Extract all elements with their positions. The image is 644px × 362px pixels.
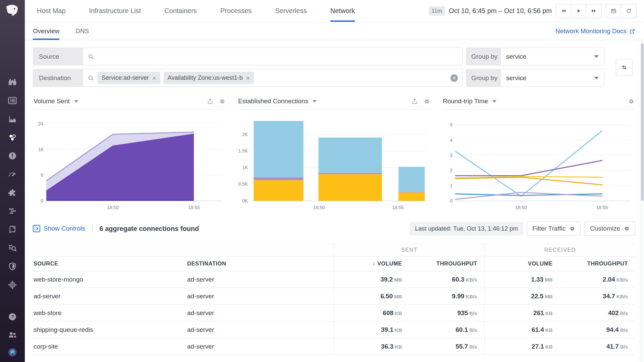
remove-pill-icon[interactable]: ×: [246, 76, 250, 80]
column-header-sent-throughput[interactable]: THROUGHPUT: [409, 256, 485, 271]
gear-icon[interactable]: [219, 98, 225, 105]
column-header-received-throughput[interactable]: THROUGHPUT: [560, 256, 635, 271]
svg-text:18:55: 18:55: [596, 205, 608, 210]
page-scrollbar[interactable]: [640, 41, 644, 362]
source-search-input[interactable]: [98, 53, 458, 60]
nav-tab-infrastructure-list[interactable]: Infrastructure List: [89, 0, 141, 22]
calendar-button[interactable]: [606, 4, 621, 18]
connections-table: SENT RECEIVED SOURCE DESTINATION ↓VOLUME…: [33, 244, 635, 355]
network-icon[interactable]: [7, 279, 18, 291]
clear-filters-icon[interactable]: ✕: [450, 74, 458, 82]
destination-group-by-select[interactable]: service: [500, 69, 604, 87]
destination-filter-input[interactable]: Service:ad-server×Availability Zone:us-w…: [83, 69, 463, 87]
swap-source-destination-button[interactable]: [616, 59, 633, 76]
column-header-destination[interactable]: DESTINATION: [186, 256, 334, 271]
destination-filter-row: Destination Service:ad-server×Availabili…: [33, 69, 604, 87]
export-icon[interactable]: [412, 98, 418, 105]
teams-icon[interactable]: [7, 329, 18, 340]
cell-received-throughput: 41.7B/s: [560, 338, 635, 355]
scrollbar-thumb[interactable]: [641, 43, 644, 201]
infrastructure-icon[interactable]: [7, 132, 18, 143]
time-duration-badge[interactable]: 11m: [429, 6, 445, 16]
cell-received-throughput: 402B/s: [560, 305, 635, 321]
dashboards-icon[interactable]: [7, 95, 18, 106]
cell-destination: ad-server: [186, 321, 334, 338]
metric-unit: B/s: [620, 344, 628, 350]
source-group-by-select[interactable]: service: [500, 48, 604, 65]
cell-source: shipping-queue-redis: [33, 321, 186, 338]
sub-tab-overview[interactable]: Overview: [33, 22, 59, 40]
cell-source: corp-site: [33, 338, 186, 355]
integrations-icon[interactable]: [7, 187, 18, 198]
gear-icon[interactable]: [424, 98, 430, 105]
table-row[interactable]: web-storead-server608KB935B/s261KB402B/s: [33, 305, 635, 321]
round-trip-time-chart: 01234518:5018:55: [442, 111, 635, 212]
metric-unit: KB: [395, 310, 402, 316]
help-icon[interactable]: ?: [7, 311, 18, 322]
column-header-sent-volume[interactable]: ↓VOLUME: [334, 256, 410, 271]
time-range-label[interactable]: Oct 10, 6:45 pm – Oct 10, 6:56 pm: [449, 7, 552, 15]
export-icon[interactable]: [207, 98, 213, 105]
table-row[interactable]: ad-serverad-server6.50MB9.99KB/s22.5MB34…: [33, 288, 635, 305]
svg-text:18:50: 18:50: [313, 205, 325, 210]
show-controls-button[interactable]: Show Controls: [33, 225, 85, 232]
destination-filter-pills: Service:ad-server×Availability Zone:us-w…: [98, 72, 254, 84]
filter-pill[interactable]: Service:ad-server×: [98, 72, 160, 84]
monitors-icon[interactable]: [7, 150, 18, 162]
destination-filter-label: Destination: [33, 69, 83, 87]
filter-pill[interactable]: Availability Zone:us-west1-b×: [164, 72, 254, 84]
network-monitoring-docs-link[interactable]: Network Monitoring Docs: [555, 27, 635, 35]
chevron-down-icon[interactable]: [74, 100, 78, 103]
chart-title[interactable]: Established Connections: [238, 98, 308, 105]
svg-text:16: 16: [38, 147, 43, 152]
security-icon[interactable]: [7, 261, 18, 272]
log-explorer-icon[interactable]: [7, 242, 18, 254]
time-shift-button-group: [556, 4, 602, 18]
svg-text:18:55: 18:55: [392, 205, 404, 210]
traces-icon[interactable]: [7, 205, 18, 217]
refresh-button[interactable]: [621, 4, 636, 18]
chart-title[interactable]: Round-trip Time: [443, 98, 488, 105]
chevron-down-icon: [594, 55, 599, 58]
gear-icon[interactable]: [628, 98, 635, 105]
metrics-icon[interactable]: [7, 113, 18, 125]
nav-tab-serverless[interactable]: Serverless: [275, 0, 307, 22]
table-row[interactable]: shipping-queue-redisad-server39.1KB60.1B…: [33, 321, 635, 338]
chart-panel-established-connections: Established Connections 0K0.5K1K1.5K2K18…: [237, 97, 431, 212]
user-avatar-icon[interactable]: [7, 347, 18, 358]
watchdog-icon[interactable]: [7, 76, 18, 88]
chart-title[interactable]: Volume Sent: [34, 98, 70, 105]
chevron-down-icon[interactable]: [492, 100, 496, 103]
skip-back-button[interactable]: [556, 4, 571, 18]
nav-tab-network[interactable]: Network: [330, 0, 355, 22]
chevron-down-icon[interactable]: [313, 100, 317, 103]
play-icon: [576, 8, 582, 14]
nav-tab-processes[interactable]: Processes: [220, 0, 252, 22]
notebooks-icon[interactable]: [7, 224, 18, 235]
table-row[interactable]: web-store-mongoad-server39.2MB60.3KB/s1.…: [33, 271, 635, 288]
nav-tab-containers[interactable]: Containers: [164, 0, 197, 22]
customize-button[interactable]: Customize: [585, 222, 635, 236]
remove-pill-icon[interactable]: ×: [152, 76, 156, 80]
table-row[interactable]: corp-sitead-server36.3KB55.7B/s27.1KB41.…: [33, 338, 635, 355]
cell-source: web-store: [33, 305, 186, 321]
datadog-logo[interactable]: [5, 3, 20, 19]
filter-traffic-button[interactable]: Filter Traffic: [527, 222, 581, 236]
cell-received-throughput: 94.4B/s: [560, 321, 635, 338]
source-filter-input[interactable]: [83, 48, 463, 65]
metric-value: 60.3: [452, 276, 464, 283]
swap-arrows-icon: [621, 64, 628, 71]
apm-icon[interactable]: [7, 169, 18, 180]
play-button[interactable]: [571, 4, 586, 18]
divider: [92, 224, 93, 233]
column-header-source[interactable]: SOURCE: [33, 256, 186, 271]
gear-icon: [624, 226, 630, 232]
metric-unit: MB: [545, 294, 552, 299]
sub-tab-dns[interactable]: DNS: [75, 22, 89, 40]
nav-tab-host-map[interactable]: Host Map: [37, 0, 66, 22]
metric-unit: MB: [394, 294, 402, 299]
svg-text:24: 24: [38, 121, 43, 126]
cell-sent-volume: 36.3KB: [334, 338, 410, 355]
skip-forward-button[interactable]: [586, 4, 601, 18]
column-header-received-volume[interactable]: VOLUME: [485, 256, 560, 271]
